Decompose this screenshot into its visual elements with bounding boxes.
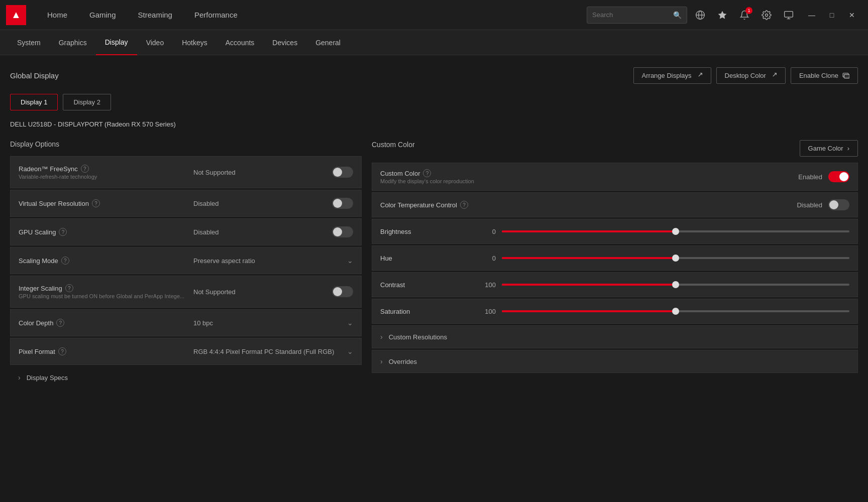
integer-scaling-value: Not Supported (193, 288, 236, 296)
scaling-mode-row: Scaling Mode ? Preserve aspect ratio ⌄ (10, 247, 362, 274)
custom-color-toggle-row: Custom Color ? Modify the display's colo… (372, 163, 858, 191)
app-logo[interactable]: ▲ (6, 5, 26, 25)
color-depth-value: 10 bpc (193, 319, 213, 327)
scaling-mode-dropdown-arrow[interactable]: ⌄ (347, 257, 353, 265)
game-color-button[interactable]: Game Color › (800, 140, 858, 157)
custom-color-toggle[interactable] (828, 171, 849, 182)
custom-color-sublabel: Modify the display's color reproduction (380, 178, 541, 184)
saturation-value: 100 (471, 308, 496, 315)
nav-streaming[interactable]: Streaming (127, 0, 183, 30)
freesync-toggle[interactable] (332, 167, 353, 178)
contrast-label: Contrast (380, 281, 471, 289)
contrast-thumb[interactable] (672, 281, 679, 288)
color-temp-help-icon[interactable]: ? (460, 201, 468, 209)
settings-button[interactable] (757, 6, 776, 24)
close-button[interactable]: ✕ (842, 5, 862, 25)
color-temp-row: Color Temperature Control ? Disabled (372, 192, 858, 217)
pixel-format-dropdown-arrow[interactable]: ⌄ (347, 347, 353, 355)
overrides-row[interactable]: › Overrides (372, 350, 858, 373)
nav-home[interactable]: Home (36, 0, 78, 30)
custom-color-header: Custom Color Game Color › (372, 140, 858, 157)
overrides-expand-icon: › (380, 357, 383, 365)
saturation-thumb[interactable] (672, 308, 679, 315)
color-depth-dropdown-arrow[interactable]: ⌄ (347, 319, 353, 327)
brightness-track[interactable] (502, 230, 849, 232)
freesync-help-icon[interactable]: ? (81, 165, 89, 173)
notification-badge: 1 (745, 7, 752, 14)
favorites-button[interactable] (713, 6, 731, 24)
color-depth-help-icon[interactable]: ? (56, 319, 64, 327)
nav-gaming[interactable]: Gaming (78, 0, 127, 30)
display2-tab[interactable]: Display 2 (63, 94, 111, 110)
vsr-value: Disabled (193, 200, 219, 207)
color-temp-label: Color Temperature Control (380, 201, 457, 209)
subnav-graphics[interactable]: Graphics (50, 30, 96, 55)
color-depth-label: Color Depth (19, 319, 53, 327)
saturation-label: Saturation (380, 308, 471, 315)
brightness-value: 0 (471, 228, 496, 235)
integer-scaling-toggle[interactable] (332, 286, 353, 297)
subnav-devices[interactable]: Devices (263, 30, 306, 55)
profile-button[interactable] (780, 6, 798, 24)
display-tabs: Display 1 Display 2 (10, 94, 858, 110)
saturation-track[interactable] (502, 310, 849, 312)
scaling-mode-label: Scaling Mode (19, 257, 58, 265)
header-buttons: Arrange Displays Desktop Color Enable Cl… (633, 67, 858, 84)
desktop-color-button[interactable]: Desktop Color (716, 67, 786, 84)
pixel-format-label: Pixel Format (19, 348, 55, 355)
display-specs-expand-icon: › (18, 373, 21, 382)
vsr-label: Virtual Super Resolution (19, 200, 89, 207)
color-temp-toggle[interactable] (828, 199, 849, 210)
svg-rect-5 (785, 11, 793, 17)
top-nav-links: Home Gaming Streaming Performance (36, 0, 249, 30)
integer-scaling-label: Integer Scaling (19, 285, 62, 292)
pixel-format-help-icon[interactable]: ? (58, 347, 66, 355)
subnav-video[interactable]: Video (137, 30, 173, 55)
svg-rect-9 (844, 74, 850, 78)
notifications-button[interactable]: 1 (735, 6, 753, 24)
hue-thumb[interactable] (672, 255, 679, 262)
custom-color-help-icon[interactable]: ? (423, 169, 431, 177)
brightness-thumb[interactable] (672, 228, 679, 235)
nav-performance[interactable]: Performance (183, 0, 249, 30)
sub-nav: System Graphics Display Video Hotkeys Ac… (0, 30, 868, 55)
subnav-general[interactable]: General (306, 30, 350, 55)
top-nav-right: 🔍 1 — □ ✕ (587, 5, 862, 25)
contrast-value: 100 (471, 281, 496, 289)
custom-resolutions-row[interactable]: › Custom Resolutions (372, 325, 858, 348)
custom-color-title: Custom Color (372, 141, 415, 149)
vsr-toggle[interactable] (332, 198, 353, 209)
subnav-system[interactable]: System (8, 30, 50, 55)
integer-scaling-help-icon[interactable]: ? (65, 284, 73, 292)
scaling-mode-help-icon[interactable]: ? (61, 257, 69, 265)
enable-clone-button[interactable]: Enable Clone (791, 67, 858, 84)
gpu-scaling-help-icon[interactable]: ? (59, 228, 67, 236)
search-icon: 🔍 (673, 11, 682, 19)
search-box[interactable]: 🔍 (587, 7, 687, 24)
display-specs-row[interactable]: › Display Specs (10, 366, 362, 389)
vsr-help-icon[interactable]: ? (92, 199, 100, 207)
display-options-title: Display Options (10, 140, 362, 148)
arrange-displays-button[interactable]: Arrange Displays (633, 67, 711, 84)
gpu-scaling-toggle[interactable] (332, 226, 353, 237)
display-name: DELL U2518D - DISPLAYPORT (Radeon RX 570… (10, 120, 858, 128)
search-input[interactable] (592, 11, 671, 19)
custom-color-label: Custom Color (380, 170, 420, 177)
subnav-accounts[interactable]: Accounts (216, 30, 264, 55)
custom-resolutions-label: Custom Resolutions (389, 333, 447, 341)
globe-button[interactable] (691, 6, 709, 24)
overrides-label: Overrides (389, 358, 417, 365)
custom-resolutions-expand-icon: › (380, 333, 383, 341)
subnav-display[interactable]: Display (96, 30, 137, 55)
hue-track[interactable] (502, 257, 849, 259)
display1-tab[interactable]: Display 1 (10, 94, 58, 110)
freesync-label: Radeon™ FreeSync (19, 165, 78, 173)
freesync-value: Not Supported (193, 169, 236, 176)
contrast-slider-row: Contrast 100 (372, 272, 858, 297)
minimize-button[interactable]: — (802, 5, 822, 25)
contrast-track[interactable] (502, 284, 849, 286)
subnav-hotkeys[interactable]: Hotkeys (173, 30, 216, 55)
svg-point-4 (766, 14, 768, 16)
global-display-title: Global Display (10, 71, 59, 80)
maximize-button[interactable]: □ (822, 5, 842, 25)
